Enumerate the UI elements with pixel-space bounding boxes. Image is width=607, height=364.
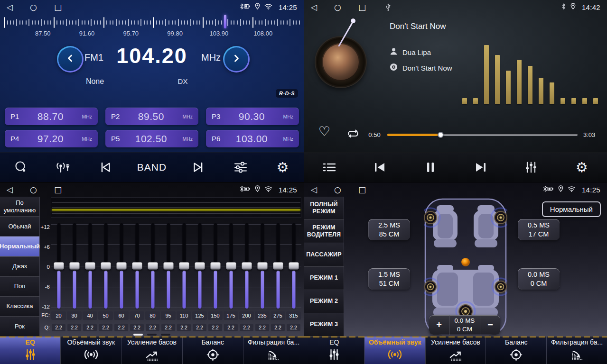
eq-band-slider[interactable]: [286, 222, 301, 309]
playlist-button[interactable]: [319, 162, 340, 173]
sound-preset-button[interactable]: Нормальный: [542, 201, 601, 217]
sound-mode-item[interactable]: ПАССАЖИР: [304, 243, 344, 266]
seek-up-button[interactable]: [223, 46, 250, 73]
sound-mode-item[interactable]: РЕЖИМ 1: [304, 267, 344, 290]
preset-button[interactable]: P497.20MHz: [5, 130, 98, 147]
slider-knob[interactable]: [101, 263, 111, 270]
page-dash[interactable]: [161, 334, 170, 336]
next-track-button[interactable]: [470, 161, 491, 173]
pause-button[interactable]: [420, 161, 441, 173]
album-art[interactable]: [316, 37, 366, 87]
back-button[interactable]: ◁: [311, 3, 317, 11]
slider-knob[interactable]: [85, 263, 95, 270]
home-button[interactable]: ○: [334, 3, 341, 11]
recents-button[interactable]: □: [54, 186, 62, 194]
slider-knob[interactable]: [163, 263, 173, 270]
slider-knob[interactable]: [179, 263, 189, 270]
recents-button[interactable]: □: [54, 3, 62, 11]
eq-band-slider[interactable]: [160, 222, 176, 309]
audio-tab[interactable]: Баланс: [182, 337, 243, 364]
page-dash[interactable]: [147, 334, 157, 336]
eq-band-slider[interactable]: [254, 222, 270, 309]
eq-band-slider[interactable]: [239, 222, 254, 309]
previous-track-button[interactable]: [369, 161, 390, 173]
favorite-heart-icon[interactable]: ♡: [318, 125, 330, 138]
home-button[interactable]: ○: [30, 186, 37, 194]
eq-band-slider[interactable]: [98, 222, 113, 309]
sound-mode-item[interactable]: РЕЖИМ 3: [304, 313, 344, 337]
progress-slider[interactable]: [387, 133, 578, 136]
front-left-delay-button[interactable]: 2.5 MS 85 CM: [368, 219, 410, 240]
back-button[interactable]: ◁: [311, 186, 317, 194]
eq-band-slider[interactable]: [66, 222, 82, 309]
audio-tab[interactable]: Баланс: [486, 337, 546, 364]
preset-button[interactable]: P5102.50MHz: [105, 130, 198, 147]
seek-down-button[interactable]: [57, 46, 84, 73]
sound-mode-item[interactable]: РЕЖИМ 2: [304, 290, 344, 313]
audio-tab[interactable]: Усиление басов: [425, 337, 486, 364]
slider-knob[interactable]: [148, 263, 158, 270]
audio-tab[interactable]: Объёмный звук: [60, 337, 121, 364]
back-button[interactable]: ◁: [7, 186, 13, 194]
increase-delay-button[interactable]: +: [429, 315, 449, 335]
eq-preset-item[interactable]: Обычай: [0, 217, 39, 237]
slider-knob[interactable]: [54, 263, 64, 270]
settings-gear-icon[interactable]: ⚙: [571, 161, 592, 174]
eq-preset-item[interactable]: Поп: [0, 277, 39, 297]
audio-tab[interactable]: EQ: [304, 337, 364, 364]
slider-knob[interactable]: [226, 263, 236, 270]
slider-knob[interactable]: [132, 263, 142, 270]
eq-band-slider[interactable]: [113, 222, 129, 309]
slider-knob[interactable]: [257, 263, 267, 270]
frequency-scale[interactable]: [0, 15, 304, 30]
decrease-delay-button[interactable]: −: [480, 315, 500, 335]
front-right-delay-button[interactable]: 0.5 MS 17 CM: [518, 219, 560, 240]
home-button[interactable]: ○: [334, 186, 341, 194]
slider-knob[interactable]: [69, 263, 79, 270]
equalizer-shortcut-button[interactable]: [230, 161, 251, 174]
preset-button[interactable]: P6103.00MHz: [206, 130, 299, 147]
repeat-icon[interactable]: [346, 128, 360, 141]
slider-knob[interactable]: [242, 263, 252, 270]
page-dash[interactable]: [133, 334, 143, 336]
audio-tab[interactable]: Фильтрация ба...: [243, 337, 304, 364]
band-button[interactable]: BAND: [137, 162, 167, 173]
rear-right-delay-button[interactable]: 0.0 MS 0 CM: [518, 268, 560, 290]
scan-button[interactable]: [10, 160, 31, 174]
mixer-button[interactable]: [521, 161, 542, 173]
eq-band-slider[interactable]: [51, 222, 66, 309]
slider-knob[interactable]: [273, 263, 283, 270]
progress-thumb[interactable]: [438, 132, 444, 138]
settings-gear-icon[interactable]: ⚙: [272, 161, 293, 174]
eq-preset-item[interactable]: Классика: [0, 297, 39, 317]
preset-button[interactable]: P289.50MHz: [105, 108, 198, 125]
eq-band-slider[interactable]: [82, 222, 98, 309]
tune-up-button[interactable]: [188, 161, 209, 174]
broadcast-ta-button[interactable]: [53, 161, 74, 174]
eq-band-slider[interactable]: [176, 222, 192, 309]
rear-left-delay-button[interactable]: 1.5 MS 51 CM: [368, 268, 410, 290]
preset-button[interactable]: P188.70MHz: [5, 108, 98, 125]
eq-preset-item[interactable]: Нормальный: [0, 237, 39, 256]
slider-knob[interactable]: [210, 263, 220, 270]
back-button[interactable]: ◁: [7, 3, 13, 11]
home-button[interactable]: ○: [30, 3, 37, 11]
slider-knob[interactable]: [195, 263, 205, 270]
slider-knob[interactable]: [289, 263, 299, 270]
audio-tab[interactable]: Фильтрация ба...: [546, 337, 607, 364]
preset-button[interactable]: P390.30MHz: [206, 108, 299, 125]
recents-button[interactable]: □: [358, 186, 366, 194]
eq-band-slider[interactable]: [145, 222, 160, 309]
eq-band-slider[interactable]: [207, 222, 223, 309]
tune-down-button[interactable]: [95, 161, 116, 174]
slider-knob[interactable]: [116, 263, 126, 270]
sound-mode-item[interactable]: ПОЛНЫЙ РЕЖИМ: [304, 197, 344, 220]
sound-mode-item[interactable]: РЕЖИМ ВОДИТЕЛЯ: [304, 220, 344, 243]
eq-preset-item[interactable]: Джаз: [0, 256, 39, 276]
eq-band-slider[interactable]: [270, 222, 286, 309]
eq-preset-item[interactable]: По умолчанию: [0, 197, 39, 217]
audio-tab[interactable]: Объёмный звук: [364, 337, 425, 364]
audio-tab[interactable]: EQ: [0, 337, 60, 364]
eq-band-slider[interactable]: [129, 222, 145, 309]
eq-band-slider[interactable]: [192, 222, 207, 309]
